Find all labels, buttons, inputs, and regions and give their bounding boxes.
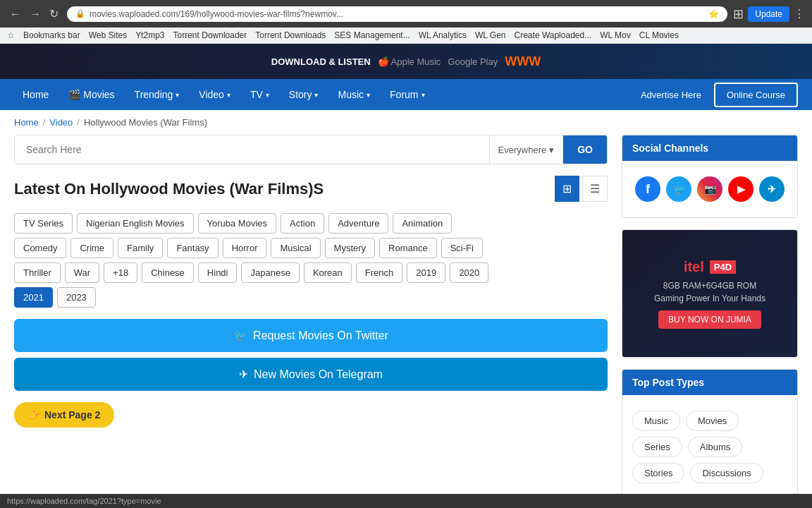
back-button[interactable]: ← [7,6,24,22]
twitter-social-icon[interactable]: 🐦 [666,176,691,202]
tag-family[interactable]: Family [118,238,163,258]
forward-button[interactable]: → [27,6,44,22]
tags-row-1: TV Series Nigerian English Movies Yoruba… [14,213,608,234]
tag-musical[interactable]: Musical [271,238,320,258]
tag-war[interactable]: War [65,262,99,283]
tag-2023[interactable]: 2023 [57,287,96,308]
tag-tv-series[interactable]: TV Series [14,213,73,234]
youtube-icon[interactable]: ▶ [728,176,753,202]
top-post-types-card: Top Post Types Music Movies Series Album… [622,369,798,500]
tag-fantasy[interactable]: Fantasy [167,238,218,258]
nav-trending[interactable]: Trending ▾ [126,79,188,110]
bookmark-wl-mov[interactable]: WL Mov [600,30,631,40]
update-button[interactable]: Update [748,6,789,22]
bookmark-ses[interactable]: SES Management... [334,30,410,40]
breadcrumb-sep2: / [77,117,80,128]
nav-course-button[interactable]: Online Course [714,83,798,107]
tag-thriller[interactable]: Thriller [14,262,61,283]
twitter-request-button[interactable]: 🐦 Request Movies On Twitter [14,319,608,352]
tag-sci-fi[interactable]: Sci-Fi [441,238,483,258]
tag-horror[interactable]: Horror [223,238,267,258]
list-view-button[interactable]: ☰ [582,176,608,202]
tag-comedy[interactable]: Comedy [14,238,66,258]
next-page-button[interactable]: 👉 Next Page 2 [14,402,114,428]
nav-forum[interactable]: Forum ▾ [381,79,433,110]
ad-model: P4D [710,260,736,274]
post-type-movies[interactable]: Movies [686,411,739,431]
nav-movies[interactable]: 🎬 Movies [60,79,123,110]
bookmark-torrent-dls[interactable]: Torrent Downloads [255,30,326,40]
search-input[interactable] [15,135,489,164]
top-post-types-header: Top Post Types [622,370,797,395]
main-section: Everywhere ▾ GO Latest On Hollywood Movi… [14,135,608,508]
tag-crime[interactable]: Crime [70,238,113,258]
tag-romance[interactable]: Romance [379,238,437,258]
nav-home[interactable]: Home [14,79,57,110]
post-type-music[interactable]: Music [632,411,680,431]
ad-cta-button[interactable]: BUY NOW ON JUMIA [658,310,761,329]
tag-japanese[interactable]: Japanese [241,262,299,283]
bookmark-cl-movies[interactable]: CL Movies [639,30,679,40]
sidebar: Social Channels f 🐦 📷 ▶ ✈ itel P [622,135,798,508]
twitter-icon: 🐦 [233,329,247,342]
next-page-icon: 👉 [28,409,40,421]
telegram-icon: ✈ [239,368,248,381]
bookmark-bookmarks-bar[interactable]: Bookmarks bar [23,30,80,40]
address-bar[interactable]: 🔒 movies.waploaded.com/169/hollywood-mov… [67,6,727,22]
telegram-social-icon[interactable]: ✈ [759,176,785,202]
nav-tv[interactable]: TV ▾ [242,79,278,110]
tag-yoruba[interactable]: Yoruba Movies [198,213,277,234]
instagram-icon[interactable]: 📷 [697,176,722,202]
tag-nigerian[interactable]: Nigerian English Movies [77,213,193,234]
dropdown-arrow-icon: ▾ [549,145,554,155]
bookmark-torrent-dl[interactable]: Torrent Downloader [173,30,247,40]
extensions-icon[interactable]: ⊞ [733,6,744,22]
breadcrumb-sep1: / [43,117,46,128]
browser-actions: ⊞ Update ⋮ [733,6,805,22]
post-type-albums[interactable]: Albums [688,437,742,457]
post-type-tags: Music Movies Series Albums Stories Discu… [632,405,787,489]
ad-banner: DOWNLOAD & LISTEN 🍎 Apple Music Google P… [0,44,812,79]
post-type-stories[interactable]: Stories [632,463,684,483]
url-text: movies.waploaded.com/169/hollywood-movie… [90,9,704,19]
refresh-button[interactable]: ↻ [47,6,61,22]
grid-view-button[interactable]: ⊞ [555,176,579,202]
breadcrumb-video[interactable]: Video [49,117,73,128]
tag-adventure[interactable]: Adventure [328,213,388,234]
tag-action[interactable]: Action [281,213,324,234]
search-dropdown[interactable]: Everywhere ▾ [489,135,564,164]
nav-music[interactable]: Music ▾ [329,79,379,110]
tag-animation[interactable]: Animation [393,213,452,234]
status-url: https://waploaded.com/tag/2021?type=movi… [7,497,161,505]
nav-advertise[interactable]: Advertise Here [631,83,711,107]
nav-video[interactable]: Video ▾ [190,79,239,110]
breadcrumb-home[interactable]: Home [14,117,39,128]
bookmark-wl-analytics[interactable]: WL Analytics [419,30,467,40]
post-type-discussions[interactable]: Discussions [690,463,763,483]
facebook-icon[interactable]: f [635,176,660,202]
bookmark-websites[interactable]: Web Sites [89,30,127,40]
tag-18[interactable]: +18 [104,262,137,283]
telegram-button[interactable]: ✈ New Movies On Telegram [14,358,608,391]
tag-2021[interactable]: 2021 [14,287,53,308]
story-dropdown-arrow: ▾ [314,91,318,99]
post-type-series[interactable]: Series [632,437,682,457]
tag-mystery[interactable]: Mystery [325,238,376,258]
nav-story[interactable]: Story ▾ [281,79,327,110]
bookmark-create-wap[interactable]: Create Waploaded... [515,30,592,40]
tag-korean[interactable]: Korean [304,262,352,283]
tag-2020[interactable]: 2020 [450,262,488,283]
tag-chinese[interactable]: Chinese [142,262,194,283]
section-header: Latest On Hollywood Movies (War Films)S … [14,176,608,202]
menu-icon[interactable]: ⋮ [794,7,805,20]
tag-french[interactable]: French [356,262,402,283]
bookmark-yt2mp3[interactable]: Yt2mp3 [135,30,164,40]
tag-hindi[interactable]: Hindi [198,262,238,283]
tag-2019[interactable]: 2019 [407,262,445,283]
ad-specs: 8GB RAM+6G4GB ROM [663,281,756,291]
music-dropdown-arrow: ▾ [367,91,370,99]
tags-row-3: Thriller War +18 Chinese Hindi Japanese … [14,262,608,283]
bookmark-wl-gen[interactable]: WL Gen [475,30,506,40]
telegram-button-label: New Movies On Telegram [254,368,383,381]
search-button[interactable]: GO [563,135,607,164]
